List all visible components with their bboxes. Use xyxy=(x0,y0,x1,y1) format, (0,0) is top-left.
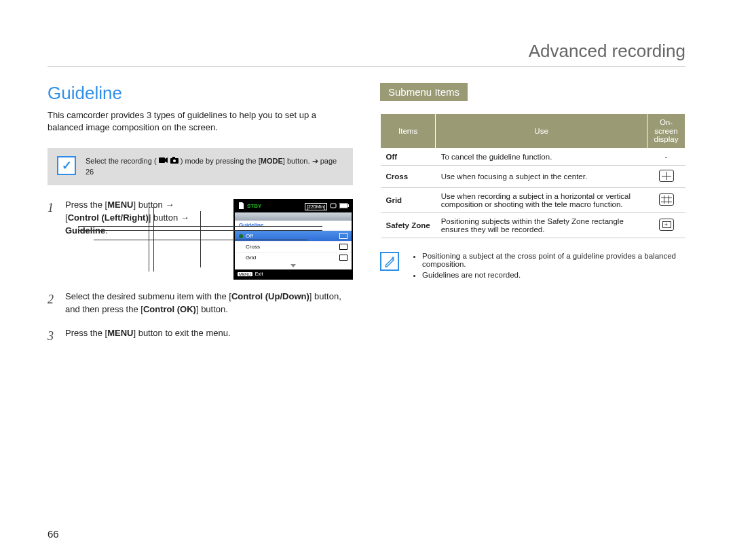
card-slot-icon xyxy=(330,202,337,210)
tip-list: Positioning a subject at the cross point… xyxy=(409,252,685,282)
precondition-note: ✓ Select the recording ( ) mode by press… xyxy=(48,148,353,185)
tip-box: Positioning a subject at the cross point… xyxy=(380,252,685,282)
manual-page: Advanced recording Guideline This camcor… xyxy=(0,0,733,560)
table-row: Safety Zone Positioning subjects within … xyxy=(381,212,685,238)
svg-rect-6 xyxy=(347,204,349,207)
scroll-down-icon xyxy=(235,263,352,269)
osd-none: - xyxy=(647,148,685,165)
table-row: Grid Use when recording a subject in a h… xyxy=(381,187,685,212)
th-use: Use xyxy=(436,114,647,149)
chapter-header: Advanced recording xyxy=(48,41,685,67)
lcd-stby: STBY xyxy=(247,204,261,209)
svg-rect-4 xyxy=(331,204,336,208)
lcd-row-cross: Cross xyxy=(235,241,352,252)
sd-card-icon xyxy=(238,202,244,210)
submenu-heading: Submenu Items xyxy=(380,83,468,101)
svg-point-3 xyxy=(173,160,176,162)
osd-grid-icon xyxy=(659,193,674,206)
step-list: Press the [MENU] button → [Control (Left… xyxy=(48,199,353,340)
note-pencil-icon xyxy=(380,252,399,271)
grid-osd-icon xyxy=(339,255,347,261)
video-mode-icon xyxy=(159,156,168,166)
th-items: Items xyxy=(381,114,436,149)
arrow-right-icon: ➔ xyxy=(312,157,318,165)
step-1: Press the [MENU] button → [Control (Left… xyxy=(48,199,353,280)
right-column: Submenu Items Items Use On-screen displa… xyxy=(380,83,685,351)
step-1-text: Press the [MENU] button → [Control (Left… xyxy=(65,199,221,238)
lcd-menu-list: Off Cross Grid xyxy=(235,230,352,263)
cross-osd-icon xyxy=(339,244,347,250)
lcd-footer: MENU Exit xyxy=(235,269,352,278)
th-osd: On-screen display xyxy=(647,114,685,149)
tip-item: Guidelines are not recorded. xyxy=(422,271,685,279)
step-2: Select the desired submenu item with the… xyxy=(48,291,353,316)
table-row: Off To cancel the guideline function. - xyxy=(381,148,685,165)
lcd-status-bar: STBY [220Min] xyxy=(235,200,352,212)
svg-rect-2 xyxy=(172,157,175,159)
lcd-tab-bar xyxy=(235,212,352,221)
section-intro: This camcorder provides 3 types of guide… xyxy=(48,109,353,133)
check-icon: ✓ xyxy=(57,156,76,175)
menu-badge-icon: MENU xyxy=(238,272,252,276)
arrow-right-icon: → xyxy=(165,200,174,210)
osd-cross-icon xyxy=(659,170,674,182)
lcd-row-grid: Grid xyxy=(235,252,352,263)
osd-safezone-icon xyxy=(659,219,674,231)
chapter-title: Advanced recording xyxy=(48,41,685,62)
table-row: Cross Use when focusing a subject in the… xyxy=(381,165,685,187)
page-number: 66 xyxy=(48,528,59,540)
lcd-screenshot: STBY [220Min] Gui xyxy=(233,199,353,280)
tip-item: Positioning a subject at the cross point… xyxy=(422,252,685,268)
svg-rect-0 xyxy=(159,157,165,163)
arrow-right-icon: → xyxy=(181,212,189,223)
section-title: Guideline xyxy=(48,83,353,104)
blank-osd-icon xyxy=(339,233,347,239)
submenu-table: Items Use On-screen display Off To cance… xyxy=(380,113,685,238)
step-3: Press the [MENU] button to exit the menu… xyxy=(48,327,353,340)
battery-icon xyxy=(339,203,349,210)
left-column: Guideline This camcorder provides 3 type… xyxy=(48,83,353,351)
photo-mode-icon xyxy=(170,156,178,166)
note-text: Select the recording ( ) mode by pressin… xyxy=(86,156,343,177)
two-column-layout: Guideline This camcorder provides 3 type… xyxy=(48,83,685,351)
svg-rect-7 xyxy=(340,204,347,208)
lcd-remaining-time: [220Min] xyxy=(305,203,327,210)
